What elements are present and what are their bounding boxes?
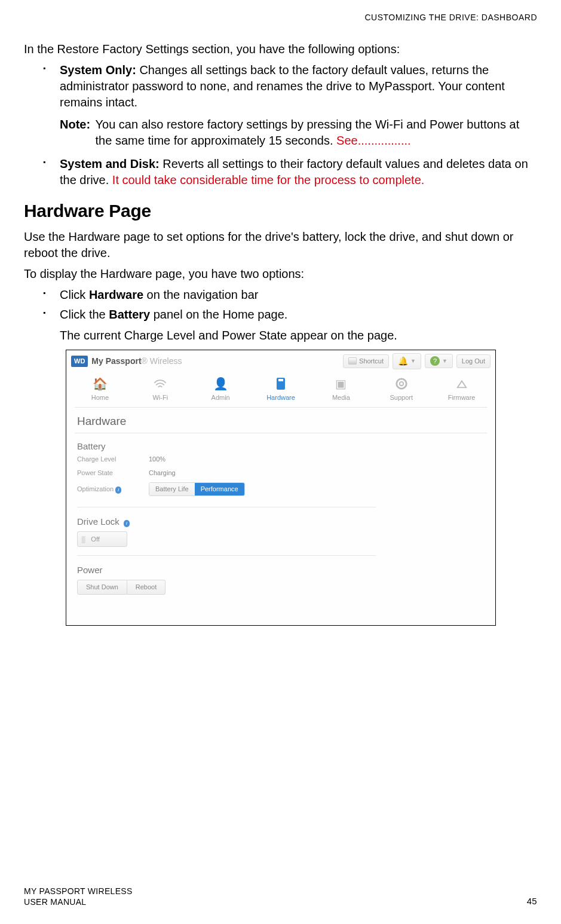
nav-home[interactable]: 🏠 Home bbox=[70, 374, 130, 402]
shut-down-button[interactable]: Shut Down bbox=[77, 580, 127, 595]
alerts-button[interactable]: 🔔 ▼ bbox=[393, 353, 421, 369]
opt2-bold: Battery bbox=[109, 308, 150, 321]
nav-wifi-label: Wi-Fi bbox=[130, 393, 191, 402]
footer-manual: USER MANUAL bbox=[24, 897, 133, 907]
power-buttons: Shut Down Reboot bbox=[66, 576, 495, 595]
divider bbox=[77, 555, 376, 556]
opt1-bold: Hardware bbox=[89, 288, 143, 301]
info-icon[interactable]: i bbox=[115, 487, 121, 494]
system-and-disk-warning: It could take considerable time for the … bbox=[112, 173, 425, 186]
hardware-page-title: Hardware Page bbox=[24, 199, 537, 224]
help-button[interactable]: ? ▼ bbox=[425, 354, 453, 368]
reboot-button[interactable]: Reboot bbox=[127, 580, 165, 595]
svg-point-2 bbox=[396, 379, 406, 389]
charge-level-row: Charge Level 100% bbox=[66, 452, 495, 466]
page-footer: MY PASSPORT WIRELESS USER MANUAL 45 bbox=[24, 886, 537, 907]
hardware-result: The current Charge Level and Power State… bbox=[24, 328, 537, 344]
nav-bar: 🏠 Home Wi-Fi 👤 Admin Hardware ▣ bbox=[66, 372, 495, 407]
opt1-pre: Click bbox=[60, 288, 89, 301]
divider bbox=[75, 433, 487, 433]
toggle-grip-icon: ||| bbox=[81, 534, 85, 544]
brand-light: ® Wireless bbox=[142, 356, 182, 366]
note-see-link[interactable]: See................ bbox=[336, 134, 411, 147]
optimization-label: Optimizationi bbox=[77, 485, 149, 494]
media-icon: ▣ bbox=[311, 375, 371, 392]
power-state-label: Power State bbox=[77, 469, 149, 478]
optimization-row: Optimizationi Battery Life Performance bbox=[66, 480, 495, 498]
opt1-post: on the navigation bar bbox=[143, 288, 258, 301]
bell-icon: 🔔 bbox=[398, 356, 408, 367]
nav-hardware[interactable]: Hardware bbox=[251, 374, 311, 402]
panel-title-hardware: Hardware bbox=[66, 411, 495, 433]
shortcut-button[interactable]: Shortcut bbox=[343, 354, 389, 368]
drive-lock-state: Off bbox=[91, 535, 99, 544]
nav-admin-label: Admin bbox=[191, 393, 251, 402]
nav-support[interactable]: Support bbox=[371, 374, 431, 402]
brand-bold: My Passport bbox=[91, 356, 141, 366]
nav-media-label: Media bbox=[311, 393, 371, 402]
wd-logo: WD bbox=[71, 356, 88, 367]
footer-product: MY PASSPORT WIRELESS bbox=[24, 886, 133, 897]
opt2-pre: Click the bbox=[60, 308, 109, 321]
divider bbox=[77, 507, 376, 507]
nav-firmware-label: Firmware bbox=[431, 393, 492, 402]
bullet-system-and-disk: System and Disk: Reverts all settings to… bbox=[60, 156, 537, 188]
hardware-screenshot: WD My Passport® Wireless Shortcut 🔔 ▼ ? … bbox=[66, 350, 496, 626]
admin-icon: 👤 bbox=[191, 375, 251, 392]
support-icon bbox=[371, 375, 431, 392]
battery-life-button[interactable]: Battery Life bbox=[149, 483, 195, 495]
home-icon: 🏠 bbox=[70, 375, 130, 392]
performance-button[interactable]: Performance bbox=[195, 483, 244, 495]
wifi-icon bbox=[130, 375, 191, 392]
brand-title: My Passport® Wireless bbox=[91, 356, 182, 367]
nav-wifi[interactable]: Wi-Fi bbox=[130, 374, 191, 402]
divider bbox=[75, 407, 487, 408]
nav-hardware-label: Hardware bbox=[251, 393, 311, 402]
system-only-label: System Only: bbox=[60, 63, 136, 77]
restore-intro: In the Restore Factory Settings section,… bbox=[24, 41, 537, 57]
power-title: Power bbox=[66, 561, 495, 576]
hardware-icon bbox=[251, 375, 311, 392]
info-icon[interactable]: i bbox=[124, 520, 130, 527]
chevron-down-icon: ▼ bbox=[410, 357, 416, 365]
drive-lock-title: Drive Lock i bbox=[66, 512, 495, 528]
note-body: You can also restore factory settings by… bbox=[96, 117, 537, 149]
note-block: Note: You can also restore factory setti… bbox=[60, 117, 537, 149]
logout-button[interactable]: Log Out bbox=[456, 354, 491, 368]
svg-point-3 bbox=[400, 382, 403, 385]
optimization-segment: Battery Life Performance bbox=[149, 482, 245, 496]
system-and-disk-label: System and Disk: bbox=[60, 157, 160, 170]
shortcut-label: Shortcut bbox=[359, 357, 384, 366]
bullet-system-only: System Only: Changes all settings back t… bbox=[60, 62, 537, 149]
bullet-click-hardware: Click Hardware on the navigation bar bbox=[60, 287, 537, 303]
charge-level-label: Charge Level bbox=[77, 455, 149, 464]
nav-admin[interactable]: 👤 Admin bbox=[191, 374, 251, 402]
running-head: CUSTOMIZING THE DRIVE: DASHBOARD bbox=[24, 12, 537, 23]
page-number: 45 bbox=[527, 895, 537, 907]
nav-firmware[interactable]: Firmware bbox=[431, 374, 492, 402]
note-text: You can also restore factory settings by… bbox=[96, 118, 520, 147]
bullet-click-battery: Click the Battery panel on the Home page… bbox=[60, 307, 537, 323]
battery-title: Battery bbox=[66, 437, 495, 452]
note-label: Note: bbox=[60, 117, 92, 133]
help-icon: ? bbox=[430, 356, 440, 366]
nav-media[interactable]: ▣ Media bbox=[311, 374, 371, 402]
nav-home-label: Home bbox=[70, 393, 130, 402]
firmware-icon bbox=[431, 375, 492, 392]
power-state-value: Charging bbox=[149, 469, 176, 478]
power-state-row: Power State Charging bbox=[66, 466, 495, 480]
nav-support-label: Support bbox=[371, 393, 431, 402]
drive-lock-toggle[interactable]: ||| Off bbox=[77, 531, 127, 547]
chevron-down-icon: ▼ bbox=[442, 357, 447, 365]
svg-rect-1 bbox=[278, 379, 283, 381]
hardware-display-intro: To display the Hardware page, you have t… bbox=[24, 266, 537, 282]
shortcut-icon bbox=[348, 357, 357, 365]
opt2-post: panel on the Home page. bbox=[150, 308, 287, 321]
topbar: WD My Passport® Wireless Shortcut 🔔 ▼ ? … bbox=[66, 350, 495, 372]
hardware-intro: Use the Hardware page to set options for… bbox=[24, 229, 537, 261]
charge-level-value: 100% bbox=[149, 455, 165, 464]
